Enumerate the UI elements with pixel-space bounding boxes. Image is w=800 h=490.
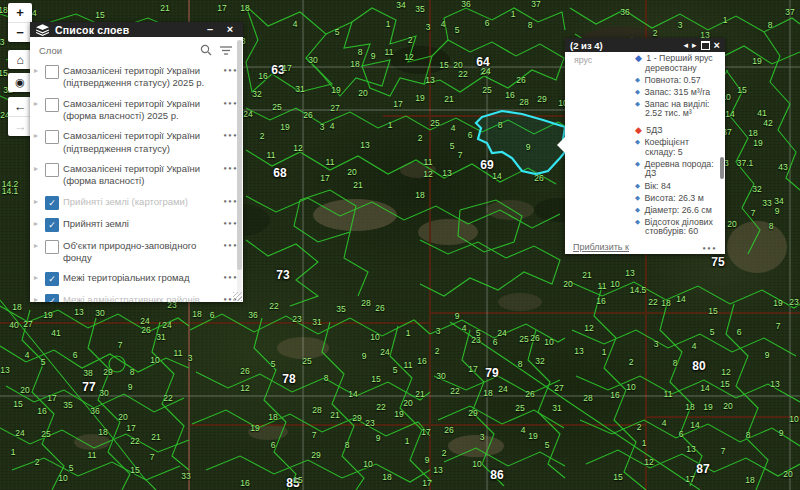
layer-list: ▸Самозалісені території України (підтвер…	[30, 61, 243, 302]
zoom-controls: + −	[8, 3, 32, 42]
expander-icon[interactable]: ▸	[34, 294, 41, 302]
panel-scrollbar[interactable]	[237, 40, 242, 296]
layer-menu-icon[interactable]: ●●●	[224, 218, 238, 226]
layer-checkbox[interactable]: ✓	[45, 218, 59, 232]
bullet-diamond-icon: ◆	[635, 138, 640, 145]
layer-row[interactable]: ▸✓Прийняті землі●●●	[30, 214, 243, 236]
layer-row[interactable]: ▸Самозалісені території України (форма в…	[30, 159, 243, 192]
layer-menu-icon[interactable]: ●●●	[224, 130, 238, 138]
popup-attribute: ◆ Вік: 84	[635, 181, 715, 192]
popup-attribute: ◆ Відсоток ділових стовбурів: 60	[635, 217, 715, 237]
popup-title: (2 из 4)	[570, 40, 680, 51]
bullet-diamond-icon: ◆	[635, 160, 640, 167]
layer-list-panel: Список слоев – × Слои ▸Самозалісені тери…	[30, 22, 243, 302]
expander-icon[interactable]: ▸	[34, 98, 41, 110]
popup-attribute: ◆ Коефіцієнт складу: 5	[635, 137, 715, 157]
filter-icon[interactable]	[220, 45, 233, 56]
popup-attribute: ◆ Висота: 26.3 м	[635, 193, 715, 204]
zoom-to-link[interactable]: Приблизить к	[573, 242, 703, 252]
layer-menu-icon[interactable]: ●●●	[224, 163, 238, 171]
bullet-diamond-icon: ◆	[635, 218, 640, 225]
popup-attribute: ◆ Запас: 315 м³/га	[635, 87, 715, 98]
layer-label: Самозалісені території України (форма вл…	[63, 98, 220, 123]
locate-control: ◉	[8, 73, 32, 92]
extent-nav-controls: ← →	[8, 97, 32, 136]
symbol-swatch-icon: ◆	[635, 53, 642, 63]
layer-checkbox[interactable]	[45, 163, 59, 177]
previous-extent-icon[interactable]: ←	[8, 97, 32, 116]
popup-side-label: ярус	[574, 55, 592, 65]
next-extent-icon[interactable]: →	[8, 116, 32, 136]
layer-label: Самозалісені території України (підтверд…	[63, 65, 220, 90]
popup-actions-menu[interactable]: ●●●	[703, 243, 717, 251]
layer-checkbox[interactable]: ✓	[45, 196, 59, 210]
layer-row[interactable]: ▸Самозалісені території України (підтвер…	[30, 126, 243, 159]
layer-checkbox[interactable]: ✓	[45, 294, 59, 302]
popup-group-header: ◆ 1 - Перший ярус деревостану	[635, 54, 715, 73]
layer-row[interactable]: ▸✓Межі адміністративних районів●●●	[30, 290, 243, 302]
selected-parcel-outline	[476, 111, 565, 174]
layer-menu-icon[interactable]: ●●●	[224, 196, 238, 204]
expander-icon[interactable]: ▸	[34, 163, 41, 175]
search-icon[interactable]	[200, 44, 212, 56]
bullet-diamond-icon: ◆	[635, 100, 640, 107]
bullet-diamond-icon: ◆	[635, 88, 640, 95]
layer-label: Прийняті землі	[63, 218, 220, 230]
layer-menu-icon[interactable]: ●●●	[224, 98, 238, 106]
locate-icon[interactable]: ◉	[8, 73, 32, 92]
layer-row[interactable]: ▸Об'єкти природно-заповідного фонду●●●	[30, 236, 243, 269]
bullet-diamond-icon: ◆	[635, 194, 640, 201]
layer-menu-icon[interactable]: ●●●	[224, 272, 238, 280]
popup-header[interactable]: (2 из 4) ◂ ▸ ×	[565, 38, 725, 52]
layer-row[interactable]: ▸Самозалісені території України (підтвер…	[30, 61, 243, 94]
minimize-icon[interactable]: –	[203, 24, 217, 35]
layer-checkbox[interactable]	[45, 130, 59, 144]
layer-row[interactable]: ▸✓Прийняті землі (картограми)●●●	[30, 192, 243, 214]
layer-checkbox[interactable]: ✓	[45, 272, 59, 286]
layer-checkbox[interactable]	[45, 65, 59, 79]
layer-menu-icon[interactable]: ●●●	[224, 240, 238, 248]
home-control: ⌂	[8, 50, 32, 69]
layer-label: Об'єкти природно-заповідного фонду	[63, 240, 220, 265]
popup-pointer	[557, 137, 565, 153]
popup-attribute: ◆ Деревна порода: ДЗ	[635, 159, 715, 179]
expander-icon[interactable]: ▸	[34, 130, 41, 142]
layers-subtitle: Слои	[39, 45, 192, 56]
layer-label: Межі адміністративних районів	[63, 294, 220, 302]
expander-icon[interactable]: ▸	[34, 240, 41, 252]
layer-menu-icon[interactable]: ●●●	[224, 65, 238, 73]
popup-close-icon[interactable]: ×	[714, 40, 720, 51]
layer-panel-header[interactable]: Список слоев – ×	[30, 22, 243, 37]
expander-icon[interactable]: ▸	[34, 272, 41, 284]
popup-footer: Приблизить к ●●●	[565, 239, 725, 254]
popup-group-header: ◆ 5ДЗ	[635, 126, 715, 136]
layer-row[interactable]: ▸✓Межі територіальних громад●●●	[30, 268, 243, 290]
layer-label: Прийняті землі (картограми)	[63, 196, 220, 208]
layer-row[interactable]: ▸Самозалісені території України (форма в…	[30, 94, 243, 127]
popup-attribute: ◆ Повнота: 0.57	[635, 75, 715, 86]
popup-scrollbar[interactable]	[720, 157, 724, 179]
layers-icon	[36, 24, 49, 36]
maximize-icon[interactable]	[701, 41, 710, 50]
expander-icon[interactable]: ▸	[34, 218, 41, 230]
layer-checkbox[interactable]	[45, 240, 59, 254]
home-icon[interactable]: ⌂	[8, 50, 32, 69]
layer-panel-toolbar: Слои	[30, 37, 243, 61]
panel-resize-handle[interactable]	[233, 292, 242, 301]
symbol-swatch-icon: ◆	[635, 125, 642, 135]
popup-body: ярус ◆ 1 - Перший ярус деревостану◆ Повн…	[565, 52, 725, 254]
zoom-out-button[interactable]: −	[8, 22, 32, 42]
web-map-app: 6364686973757778798085868714152117184316…	[0, 0, 800, 490]
layer-checkbox[interactable]	[45, 98, 59, 112]
next-feature-icon[interactable]: ▸	[692, 41, 697, 50]
popup-attribute: ◆ Діаметр: 26.6 см	[635, 205, 715, 216]
layer-panel-body: Слои ▸Самозалісені території України (пі…	[30, 37, 243, 302]
zoom-in-button[interactable]: +	[8, 3, 32, 22]
previous-feature-icon[interactable]: ◂	[684, 41, 689, 50]
feature-popup: (2 из 4) ◂ ▸ × ярус ◆ 1 - Перший ярус де…	[565, 38, 725, 254]
popup-attribute: ◆ Запас на виділі: 2.52 тис. м³	[635, 99, 715, 119]
expander-icon[interactable]: ▸	[34, 65, 41, 77]
expander-icon[interactable]: ▸	[34, 196, 41, 208]
layer-label: Самозалісені території України (форма вл…	[63, 163, 220, 188]
close-icon[interactable]: ×	[223, 24, 237, 35]
